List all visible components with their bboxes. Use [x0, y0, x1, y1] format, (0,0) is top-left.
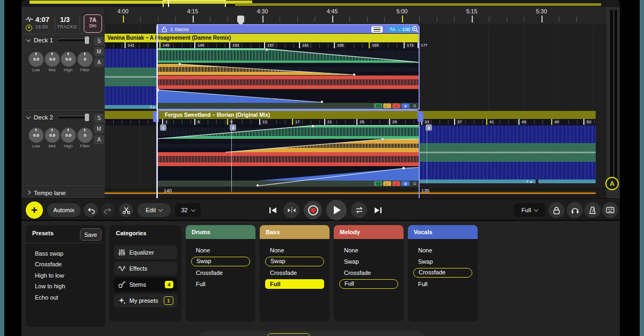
stem-column-header: Drums — [186, 225, 255, 239]
deck2-autogain-button[interactable]: A — [94, 135, 104, 144]
level-meters — [606, 7, 620, 198]
loop-button[interactable] — [351, 202, 367, 218]
stem-option-drums-full[interactable]: Full — [191, 279, 250, 289]
arrangement-timeline[interactable]: Vanina Buniak – A Disagreement (Damne Re… — [105, 24, 606, 198]
automix-button[interactable]: Automix — [47, 203, 80, 217]
preset-item[interactable]: Bass swap — [35, 250, 63, 257]
lock-button[interactable] — [548, 202, 565, 218]
key-badge[interactable]: 7A Dm — [84, 14, 102, 33]
unlock-icon[interactable] — [162, 26, 167, 32]
stem-option-bass-none[interactable]: None — [265, 245, 324, 255]
stem-option-bass-swap[interactable]: Swap — [265, 257, 324, 266]
preset-item[interactable]: Low to high — [35, 283, 65, 289]
save-preset-button[interactable]: Save — [80, 228, 101, 241]
deck1-low-knob[interactable]: 0.0 — [28, 51, 45, 68]
track2-waveform[interactable] — [419, 125, 596, 180]
deck1-header[interactable]: Deck 1 — [27, 37, 53, 43]
stem-option-vocals-full[interactable]: Full — [413, 279, 472, 289]
undo-button[interactable] — [84, 203, 98, 217]
stem-option-bass-crossfade[interactable]: Crossfade — [265, 268, 324, 278]
deck2-header[interactable]: Deck 2 — [27, 114, 53, 121]
stem-option-vocals-crossfade[interactable]: Crossfade — [413, 268, 472, 278]
stems-panel-track2[interactable] — [156, 110, 420, 198]
repeat-icon — [355, 206, 364, 214]
edit-menu-button[interactable]: Edit — [137, 203, 171, 217]
deck1-mid-knob[interactable]: 0.0 — [44, 51, 61, 68]
stems-menu-button[interactable] — [371, 26, 383, 33]
track1-waveform[interactable] — [105, 49, 157, 105]
time-label: 5:15 — [464, 8, 480, 14]
stem-option-melody-swap[interactable]: Swap — [339, 257, 398, 266]
deck1-solo-button[interactable]: S — [94, 36, 104, 46]
footer-selected-pill[interactable] — [267, 333, 311, 336]
stem-option-bass-full[interactable]: Full — [265, 279, 324, 289]
cue-headphones-button[interactable] — [567, 202, 583, 218]
skip-to-start-button[interactable] — [266, 204, 279, 216]
meter-left — [610, 10, 613, 186]
stem-option-melody-full[interactable]: Full — [339, 279, 398, 289]
deck2-high-knob[interactable]: 0.0 — [60, 127, 77, 144]
stems-panel-track1[interactable]: 1 Stems 7A → 10B — [156, 24, 420, 110]
track1-section-bar[interactable]: 6 ▲ — [105, 105, 157, 109]
cue-marker-3[interactable]: 3 — [426, 124, 432, 131]
deck2-volume-slider[interactable] — [58, 116, 90, 118]
chevron-down-icon — [26, 115, 31, 119]
zoom-magnifier-icon[interactable] — [412, 26, 419, 33]
category-item-effects[interactable]: Effects — [114, 262, 177, 275]
deck1-mute-button[interactable]: M — [94, 47, 104, 56]
stem-option-drums-crossfade[interactable]: Crossfade — [191, 268, 250, 278]
category-item-stems[interactable]: Stems4 — [114, 278, 177, 292]
slider-thumb[interactable] — [85, 36, 89, 44]
clock-icon — [26, 25, 32, 31]
automix-logo[interactable]: A — [605, 177, 619, 190]
shortcuts-button[interactable] — [602, 202, 618, 218]
category-item-my-presets[interactable]: My presets1 — [114, 294, 177, 308]
edit-label: Edit — [146, 207, 156, 213]
meter-right — [614, 10, 617, 186]
deck2-mid-knob[interactable]: 0.0 — [44, 127, 61, 144]
deck2-low-knob[interactable]: 0.0 — [28, 127, 45, 144]
stem-option-vocals-none[interactable]: None — [413, 245, 472, 255]
stem-column-header: Bass — [260, 225, 330, 239]
transition-right-handle[interactable]: ⋮ — [418, 111, 423, 122]
preset-item[interactable]: High to low — [35, 272, 64, 279]
deck1-autogain-button[interactable]: A — [94, 58, 104, 67]
grid-size-dropdown[interactable]: 32 — [175, 203, 201, 217]
deck2-solo-button[interactable]: S — [94, 114, 104, 123]
stem-option-melody-none[interactable]: None — [339, 245, 398, 255]
stems-panel-header[interactable]: 1 Stems 7A → 10B — [157, 25, 419, 33]
timeline-minimap[interactable] — [21, 0, 620, 7]
key-transition-badge[interactable]: 7A → 10B — [387, 26, 413, 33]
redo-button[interactable] — [101, 203, 115, 217]
record-button[interactable] — [304, 201, 322, 219]
chevron-down-icon — [534, 207, 538, 211]
skip-to-end-button[interactable] — [371, 204, 384, 216]
add-track-button[interactable]: + — [26, 201, 43, 219]
metronome-button[interactable] — [584, 202, 601, 218]
slider-thumb[interactable] — [85, 114, 89, 121]
stem-option-drums-swap[interactable]: Swap — [191, 257, 250, 266]
deck1-filter-knob[interactable]: 0 — [77, 51, 93, 68]
split-at-playhead-button[interactable] — [283, 202, 299, 218]
play-button[interactable] — [326, 200, 347, 220]
transition-left-handle[interactable]: ⋮ — [153, 111, 159, 122]
stem-option-vocals-swap[interactable]: Swap — [413, 257, 472, 266]
stem-option-melody-crossfade[interactable]: Crossfade — [339, 268, 398, 278]
tempo-lane-toggle[interactable]: Tempo lane — [27, 190, 65, 196]
track2-section-bar[interactable] — [538, 180, 596, 183]
deck2-mute-button[interactable]: M — [94, 124, 104, 133]
quality-dropdown[interactable]: Full — [514, 203, 545, 217]
preset-item[interactable]: Echo out — [35, 294, 58, 301]
footer-toolbar[interactable] — [199, 331, 425, 336]
stem-option-drums-none[interactable]: None — [191, 245, 250, 255]
time-ruler[interactable]: − + ≪ ≫ 4:004:154:304:455:005:155:30 — [105, 7, 606, 25]
category-item-equalizer[interactable]: Equalizer — [114, 245, 177, 259]
knob-label: Filter — [74, 68, 96, 72]
deck1-high-knob[interactable]: 0.0 — [60, 51, 77, 68]
categories-card: Categories EqualizerEffectsStems4My pres… — [109, 225, 181, 322]
preset-item[interactable]: Crossfade — [35, 261, 62, 267]
deck2-filter-knob[interactable]: 0 — [77, 127, 93, 144]
track2-section-bar[interactable]: 4 ▲ — [419, 180, 536, 183]
deck1-volume-slider[interactable] — [58, 39, 90, 41]
split-cut-button[interactable] — [119, 203, 133, 217]
